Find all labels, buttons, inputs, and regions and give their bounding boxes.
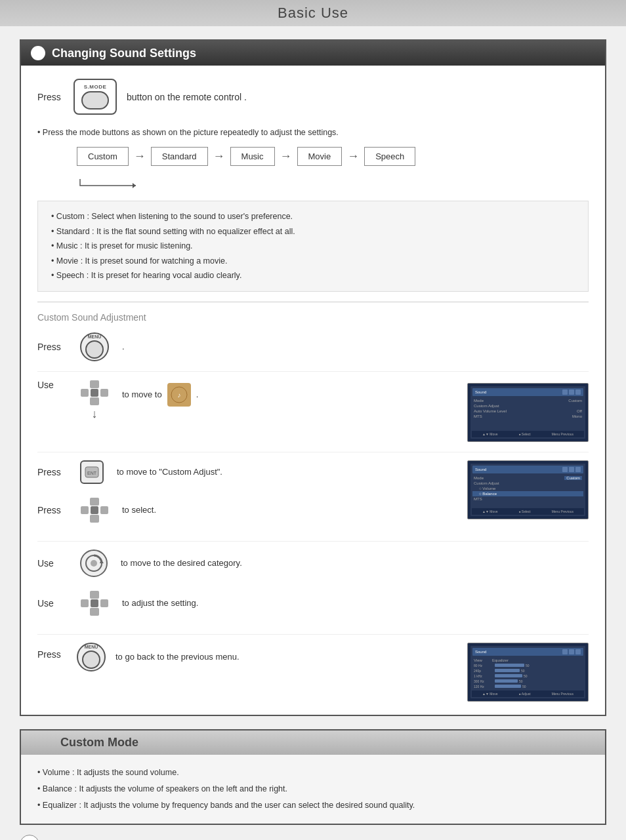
enter-icon: ENT: [84, 464, 100, 480]
svg-rect-4: [100, 389, 108, 397]
action-press-7: Press: [37, 649, 67, 660]
mode-music: Music: [230, 147, 275, 166]
svg-rect-10: [90, 498, 99, 506]
svg-rect-3: [91, 389, 98, 397]
action-use-5: Use: [37, 558, 67, 569]
mode-speech: Speech: [364, 147, 415, 166]
section-body: Press S.MODE button on the remote contro…: [21, 66, 605, 715]
press-instruction: button on the remote control .: [127, 92, 247, 102]
sound-settings-box: Changing Sound Settings Press S.MODE but…: [20, 39, 606, 716]
action-press-4: Press: [37, 505, 67, 515]
arrow-4: →: [347, 150, 359, 163]
header-circle: [31, 46, 45, 60]
screenshot-4: Sound ViewEqualizer 80 Hz 50: [467, 643, 589, 702]
instr-group-34: Press ENT to move to "Custom Adjust". Pr…: [37, 460, 589, 542]
press-label-main: Press: [37, 92, 64, 102]
mode-standard: Standard: [151, 147, 208, 166]
svg-rect-22: [90, 608, 99, 616]
dpad-icon-6: [80, 590, 109, 616]
desc-2: • Music : It is preset for music listeni…: [51, 239, 575, 254]
instr-rows-56: Use to move to the desired category.: [37, 550, 457, 624]
instr-text-4: to select.: [122, 505, 156, 515]
arrow-1: →: [134, 150, 146, 163]
custom-mode-body: • Volume : It adjusts the sound volume. …: [21, 755, 605, 824]
svg-rect-12: [91, 506, 98, 514]
instr-row-3: Press ENT to move to "Custom Adjust".: [37, 460, 457, 489]
svg-rect-14: [90, 515, 99, 523]
instr-text-2: to move to: [122, 390, 162, 399]
s-mode-button[interactable]: S.MODE: [73, 79, 117, 115]
main-content: Changing Sound Settings Press S.MODE but…: [0, 26, 626, 840]
svg-rect-5: [90, 397, 99, 405]
desc-4: • Speech : It is preset for hearing voca…: [51, 268, 575, 283]
custom-adj-title: Custom Sound Adjustment: [37, 312, 589, 323]
custom-item-2: • Equalizer : It adjusts the volume by f…: [37, 797, 589, 814]
dpad-btn-4[interactable]: [80, 497, 109, 523]
mode-custom: Custom: [77, 147, 129, 166]
custom-adj-section: Custom Sound Adjustment Press MENU . Use: [37, 312, 589, 702]
instr-text-2b: .: [196, 390, 199, 399]
instr-text-6: to adjust the setting.: [122, 598, 198, 608]
dpad-icon-2: [80, 380, 109, 406]
svg-rect-19: [81, 599, 89, 607]
svg-rect-13: [100, 506, 108, 514]
desc-3: • Movie : It is preset sound for watchin…: [51, 254, 575, 269]
dpad-btn-2[interactable]: [80, 380, 109, 406]
instr-row-6: Use to adjust the setting.: [37, 590, 457, 624]
instr-row-7: Press MENU to go back to the previous me…: [37, 643, 589, 702]
s-mode-oval: [81, 91, 109, 110]
svg-text:ENT: ENT: [87, 471, 97, 475]
menu-btn-1[interactable]: MENU: [80, 332, 109, 361]
svg-text:♪: ♪: [177, 391, 180, 399]
instr-row-2: Use ↓: [37, 380, 589, 452]
dpad-icon-4: [80, 497, 109, 523]
arrow-down-2: ↓: [92, 407, 98, 421]
instr-row-4: Press to select.: [37, 497, 457, 531]
back-arrow-row: [77, 176, 589, 191]
s-mode-text: S.MODE: [84, 84, 107, 90]
press-row-main: Press S.MODE button on the remote contro…: [37, 79, 589, 115]
mode-flow: Custom → Standard → Music → Movie → Spee…: [77, 147, 589, 166]
svg-rect-18: [90, 591, 99, 599]
instr-group-56: Use to move to the desired category.: [37, 550, 589, 635]
action-use-6: Use: [37, 598, 67, 609]
descriptions-box: • Custom : Select when listening to the …: [37, 201, 589, 292]
svg-rect-21: [100, 599, 108, 607]
custom-item-0: • Volume : It adjusts the sound volume.: [37, 765, 589, 781]
instr-rows-34: Press ENT to move to "Custom Adjust". Pr…: [37, 460, 457, 531]
arrow-3: →: [280, 150, 292, 163]
desc-0: • Custom : Select when listening to the …: [51, 209, 575, 224]
custom-mode-header: Custom Mode: [21, 730, 605, 755]
page-number: 26: [20, 835, 39, 841]
divider-1: [37, 302, 589, 302]
action-press-3: Press: [37, 467, 67, 477]
action-press-1: Press: [37, 342, 67, 352]
section-header: Changing Sound Settings: [21, 41, 605, 66]
move-icon-2: ♪: [167, 383, 191, 407]
svg-rect-11: [81, 506, 89, 514]
instr-text-1: .: [122, 342, 125, 351]
desc-1: • Standard : It is the flat sound settin…: [51, 224, 575, 239]
header-bar: Basic Use: [0, 0, 626, 26]
custom-mode-box: Custom Mode • Volume : It adjusts the so…: [20, 729, 606, 825]
flow-back-arrow: [77, 176, 142, 189]
custom-item-1: • Balance : It adjusts the volume of spe…: [37, 781, 589, 797]
rotate-btn-5[interactable]: [80, 550, 108, 577]
instr-text-5: to move to the desired category.: [121, 558, 242, 568]
dpad-with-arrow-2: ↓: [80, 380, 109, 421]
instr-row-5: Use to move to the desired category.: [37, 550, 457, 582]
section-title: Changing Sound Settings: [52, 47, 196, 60]
svg-rect-2: [81, 389, 89, 397]
svg-point-16: [91, 560, 97, 567]
sound-icon: ♪: [170, 386, 188, 404]
instr-content-2: to move to ♪ .: [122, 383, 198, 407]
enter-btn-3[interactable]: ENT: [80, 460, 104, 484]
action-use-2: Use: [37, 380, 67, 390]
arrow-2: →: [213, 150, 225, 163]
mode-movie: Movie: [297, 147, 343, 166]
custom-mode-title: Custom Mode: [60, 736, 138, 749]
dpad-btn-6[interactable]: [80, 590, 109, 616]
instr-row-1: Press MENU .: [37, 332, 589, 372]
svg-rect-1: [90, 380, 99, 388]
menu-btn-7[interactable]: MENU: [77, 643, 106, 671]
